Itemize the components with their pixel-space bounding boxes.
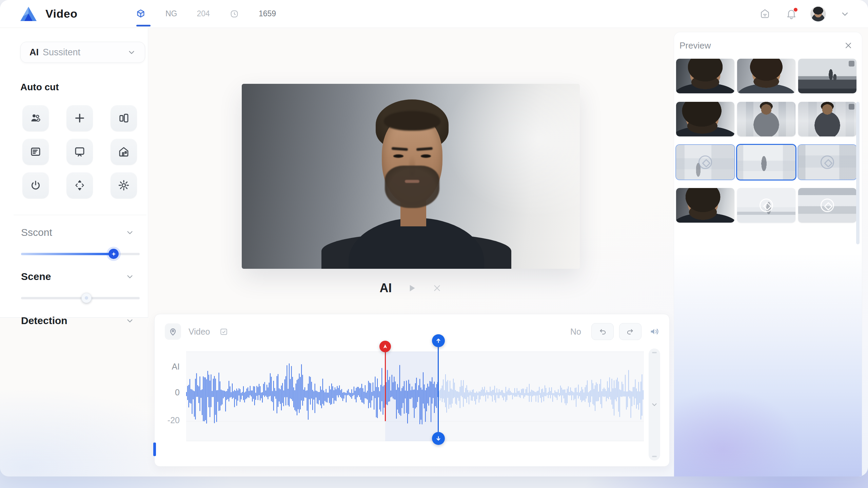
blue-marker-top-handle[interactable] xyxy=(432,334,445,347)
scene-slider-track[interactable] xyxy=(21,297,140,299)
chevron-down-icon[interactable] xyxy=(651,401,658,408)
user-avatar[interactable] xyxy=(810,6,826,22)
tool-home-button[interactable] xyxy=(111,138,137,165)
preview-thumbnail-4[interactable] xyxy=(676,102,734,136)
tab-ng-label: NG xyxy=(165,9,177,18)
preview-thumbnail-10[interactable] xyxy=(676,188,734,223)
timeline-axis: AI 0 -20 xyxy=(155,352,184,441)
tab-cube[interactable] xyxy=(136,0,146,27)
timeline-collapse-tick[interactable] xyxy=(153,443,156,456)
blue-marker-bottom-handle[interactable] xyxy=(432,432,445,445)
scene-section-header[interactable]: Scene xyxy=(21,271,134,282)
sscont-slider[interactable] xyxy=(21,248,140,259)
rename-icon[interactable] xyxy=(219,327,229,336)
tool-split-button[interactable] xyxy=(111,105,137,131)
chevron-down-icon xyxy=(840,9,850,19)
active-tab-underline xyxy=(136,25,151,26)
detection-section-header[interactable]: Detection xyxy=(21,315,134,326)
subject-beard xyxy=(385,166,439,208)
subject-eye xyxy=(393,154,403,158)
users-icon xyxy=(29,112,42,124)
tab-1659-label: 1659 xyxy=(259,9,276,18)
tool-move-button[interactable] xyxy=(66,172,93,199)
tab-204-label: 204 xyxy=(197,9,210,18)
home-icon xyxy=(118,146,130,158)
scene-slider[interactable] xyxy=(21,293,140,303)
thumbnail-grid xyxy=(676,59,860,223)
preview-thumbnail-8[interactable] xyxy=(737,145,795,180)
preview-thumbnail-7[interactable] xyxy=(676,145,734,180)
settings-gear-icon xyxy=(118,179,130,191)
undo-icon xyxy=(598,327,607,336)
play-button[interactable] xyxy=(407,283,417,293)
preview-thumbnail-9[interactable] xyxy=(798,145,856,180)
preview-scrollbar[interactable] xyxy=(856,102,860,244)
tool-power-button[interactable] xyxy=(22,172,49,199)
timeline-scrollbar[interactable] xyxy=(649,349,660,461)
video-caption-row: AI xyxy=(242,277,580,299)
tool-screen-button[interactable] xyxy=(66,138,93,165)
preview-thumbnail-2[interactable] xyxy=(737,59,795,93)
plus-icon xyxy=(74,112,86,124)
main-nav: NG 204 1659 xyxy=(136,0,276,27)
subject-hairline xyxy=(384,111,440,131)
app-window: Video NG 204 1659 xyxy=(0,0,868,476)
tool-settings-button[interactable] xyxy=(111,172,137,199)
video-frame[interactable] xyxy=(242,84,580,269)
location-pin-icon xyxy=(168,327,178,336)
tab-clock[interactable] xyxy=(230,0,239,27)
smart-home-icon xyxy=(759,8,771,20)
tab-ng[interactable]: NG xyxy=(165,0,177,27)
power-icon xyxy=(29,179,42,191)
preview-thumbnail-3[interactable] xyxy=(798,59,856,93)
sscont-slider-fill xyxy=(21,253,114,255)
split-panels-icon xyxy=(118,112,130,124)
chevron-down-icon xyxy=(125,272,134,281)
timeline-header-actions: No xyxy=(570,323,660,340)
preview-thumbnail-11[interactable] xyxy=(737,188,795,223)
sscont-section-header[interactable]: Sscont xyxy=(21,227,134,238)
tab-1659[interactable]: 1659 xyxy=(259,0,276,27)
play-ring-icon xyxy=(698,155,712,169)
close-icon[interactable] xyxy=(844,41,853,50)
notifications-button[interactable] xyxy=(784,6,799,21)
dismiss-button[interactable] xyxy=(432,283,442,293)
preview-thumbnail-6[interactable] xyxy=(798,102,856,136)
selection-overlay xyxy=(385,352,438,441)
ai-assistant-select[interactable]: AI Sussitent xyxy=(20,42,145,63)
subject-face xyxy=(382,115,442,205)
pin-button[interactable] xyxy=(165,323,181,340)
speaker-icon[interactable] xyxy=(649,326,660,337)
screen-icon xyxy=(74,146,86,158)
undo-button[interactable] xyxy=(591,323,614,340)
red-marker-line xyxy=(385,352,386,421)
redo-button[interactable] xyxy=(619,323,642,340)
tool-notes-button[interactable] xyxy=(22,138,49,165)
timeline-panel: Video No xyxy=(154,314,670,467)
red-marker-handle[interactable] xyxy=(379,341,391,352)
tab-204[interactable]: 204 xyxy=(197,0,210,27)
move-icon xyxy=(74,179,86,191)
tool-add-button[interactable] xyxy=(66,105,93,131)
assistant-prefix: AI xyxy=(29,47,39,58)
sscont-slider-knob[interactable] xyxy=(108,249,119,259)
scrollbar-bottom-nub xyxy=(652,456,657,457)
notification-badge xyxy=(793,7,798,12)
page: Video NG 204 1659 xyxy=(0,0,868,488)
tool-users-button[interactable] xyxy=(22,105,49,131)
preview-thumbnail-12[interactable] xyxy=(798,188,856,223)
notes-icon xyxy=(29,146,42,158)
track-label: Video xyxy=(189,327,210,337)
top-bar: Video NG 204 1659 xyxy=(0,0,868,28)
scene-slider-knob[interactable] xyxy=(81,293,92,303)
preview-thumbnail-5[interactable] xyxy=(737,102,795,136)
preview-thumbnail-1[interactable] xyxy=(676,59,734,93)
smart-home-button[interactable] xyxy=(757,6,772,21)
play-ring-icon xyxy=(760,199,773,212)
preview-header: Preview xyxy=(674,32,862,50)
preview-title: Preview xyxy=(679,40,711,51)
account-menu-button[interactable] xyxy=(837,6,852,21)
scrollbar-top-nub xyxy=(652,352,657,353)
waveform-area[interactable] xyxy=(186,352,644,441)
redo-icon xyxy=(626,327,635,336)
